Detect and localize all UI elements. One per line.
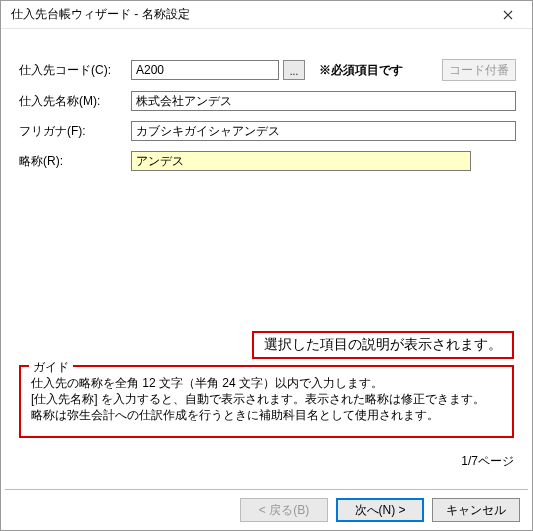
row-code: 仕入先コード(C): ... ※必須項目です コード付番 xyxy=(19,59,516,81)
code-number-button: コード付番 xyxy=(442,59,516,81)
form-area: 仕入先コード(C): ... ※必須項目です コード付番 仕入先名称(M): フ… xyxy=(1,29,532,171)
close-icon xyxy=(503,10,513,20)
guide-line: 仕入先の略称を全角 12 文字（半角 24 文字）以内で入力します。 xyxy=(31,375,502,391)
row-abbrev: 略称(R): xyxy=(19,151,516,171)
label-furigana: フリガナ(F): xyxy=(19,123,131,140)
footer: < 戻る(B) 次へ(N) > キャンセル xyxy=(1,490,532,530)
guide-text: 仕入先の略称を全角 12 文字（半角 24 文字）以内で入力します。 [仕入先名… xyxy=(31,375,502,424)
required-label: ※必須項目です xyxy=(319,62,403,79)
label-code: 仕入先コード(C): xyxy=(19,62,131,79)
close-button[interactable] xyxy=(488,3,528,27)
window-title: 仕入先台帳ウィザード - 名称設定 xyxy=(11,6,190,23)
guide-legend: ガイド xyxy=(29,359,73,376)
guide-line: [仕入先名称] を入力すると、自動で表示されます。表示された略称は修正できます。 xyxy=(31,391,502,407)
back-button: < 戻る(B) xyxy=(240,498,328,522)
page-indicator: 1/7ページ xyxy=(461,453,514,470)
wizard-dialog: 仕入先台帳ウィザード - 名称設定 仕入先コード(C): ... ※必須項目です… xyxy=(0,0,533,531)
label-name: 仕入先名称(M): xyxy=(19,93,131,110)
callout-note: 選択した項目の説明が表示されます。 xyxy=(252,331,514,359)
abbrev-input[interactable] xyxy=(131,151,471,171)
guide-box: ガイド 仕入先の略称を全角 12 文字（半角 24 文字）以内で入力します。 [… xyxy=(19,365,514,438)
cancel-button[interactable]: キャンセル xyxy=(432,498,520,522)
code-input[interactable] xyxy=(131,60,279,80)
row-furigana: フリガナ(F): xyxy=(19,121,516,141)
guide-line: 略称は弥生会計への仕訳作成を行うときに補助科目名として使用されます。 xyxy=(31,407,502,423)
furigana-input[interactable] xyxy=(131,121,516,141)
next-button[interactable]: 次へ(N) > xyxy=(336,498,424,522)
row-name: 仕入先名称(M): xyxy=(19,91,516,111)
code-lookup-button[interactable]: ... xyxy=(283,60,305,80)
label-abbrev: 略称(R): xyxy=(19,153,131,170)
name-input[interactable] xyxy=(131,91,516,111)
titlebar: 仕入先台帳ウィザード - 名称設定 xyxy=(1,1,532,29)
